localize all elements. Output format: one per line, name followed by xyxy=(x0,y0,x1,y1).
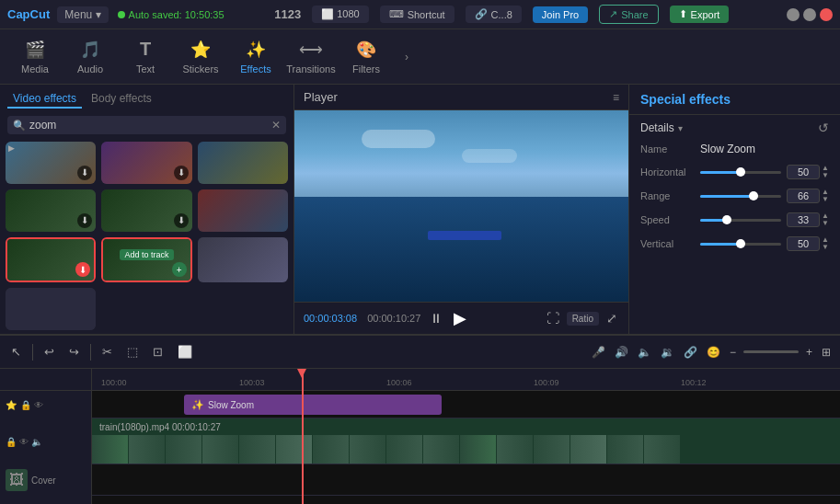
tab-text[interactable]: T Text xyxy=(118,31,173,83)
transitions-icon: ⟷ xyxy=(299,40,323,60)
vertical-slider[interactable] xyxy=(700,243,781,246)
pause-button[interactable]: ⏸ xyxy=(428,309,444,327)
effect-expos-zoom[interactable]: Expos... Zoom xyxy=(198,237,288,283)
audio-track-button[interactable]: 🔊 xyxy=(613,344,630,361)
player-header: Player ≡ xyxy=(294,85,628,110)
join-pro-button[interactable]: Join Pro xyxy=(533,6,588,23)
menu-button[interactable]: Menu ▾ xyxy=(57,6,108,23)
reset-button[interactable]: ↺ xyxy=(818,120,829,135)
eye-icon[interactable]: 👁 xyxy=(34,400,43,410)
vertical-down[interactable]: ▼ xyxy=(822,244,829,251)
horizontal-down[interactable]: ▼ xyxy=(822,172,829,179)
delete-button[interactable]: ⬚ xyxy=(123,343,142,361)
ruler-mark-4: 100:12 xyxy=(681,378,707,387)
video-effects-tab[interactable]: Video effects xyxy=(7,90,82,109)
range-value: 66 xyxy=(787,189,820,203)
minimize-button[interactable] xyxy=(787,8,800,21)
audio-icon: 🎵 xyxy=(80,40,100,60)
undo-button[interactable]: ↩ xyxy=(40,343,58,361)
emoji-button[interactable]: 😊 xyxy=(705,344,722,361)
main-video-track: train(1080p).mp4 00:00:10:27 xyxy=(92,418,840,464)
tab-filters[interactable]: 🎨 Filters xyxy=(339,31,394,83)
effect-placeholder-1[interactable] xyxy=(6,288,96,330)
zoom-slider[interactable] xyxy=(743,350,799,353)
search-clear-button[interactable]: ✕ xyxy=(271,119,281,132)
media-icon: 🎬 xyxy=(25,40,45,60)
connect-button[interactable]: 🔗 C...8 xyxy=(466,6,522,23)
speed-slider[interactable] xyxy=(700,219,781,222)
vertical-label: Vertical xyxy=(640,238,700,249)
redo-button[interactable]: ↪ xyxy=(65,343,83,361)
range-label: Range xyxy=(640,190,700,201)
mic-button[interactable]: 🎤 xyxy=(590,344,607,361)
effect-mosaic-zoom[interactable]: Mosaic Zoom xyxy=(198,142,288,184)
track-button-3[interactable]: 🔉 xyxy=(659,344,676,361)
play-button[interactable]: ▶ xyxy=(452,306,468,330)
effect-mini-zoom-2[interactable]: ⬇ Mini Zoom xyxy=(101,189,191,232)
select-tool-button[interactable]: ↖ xyxy=(7,343,25,361)
cover-track-label: 🖼 Cover xyxy=(0,464,92,496)
expand-button[interactable]: ⤢ xyxy=(604,309,619,327)
share-button[interactable]: ↗ Share xyxy=(599,5,658,24)
name-label: Name xyxy=(640,143,700,155)
details-section: Details ▾ ↺ Name Slow Zoom Horizontal xyxy=(629,115,840,266)
link-button[interactable]: 🔗 xyxy=(682,344,699,361)
tab-transitions[interactable]: ⟷ Transitions xyxy=(283,31,339,83)
player-controls: 00:00:03:08 00:00:10:27 ⏸ ▶ ⛶ Ratio ⤢ xyxy=(294,302,628,334)
autosave-dot xyxy=(118,11,125,18)
effect-optical-zoom[interactable]: ▶ ⬇ Optical Zoom xyxy=(6,142,96,184)
tab-audio[interactable]: 🎵 Audio xyxy=(63,31,118,83)
playhead-line[interactable] xyxy=(302,369,304,504)
resolution-button[interactable]: ⬜ 1080 xyxy=(312,6,369,23)
effect-flip-zoom[interactable]: Flip Zoom xyxy=(198,189,288,232)
main-lock-icon[interactable]: 🔒 xyxy=(6,437,17,447)
add-to-track-badge: Add to track xyxy=(120,249,173,260)
effect-diam-zoom[interactable]: ⬇ Diam...Zoom xyxy=(101,142,191,184)
shortcut-button[interactable]: ⌨ Shortcut xyxy=(380,6,455,23)
fullscreen-button[interactable]: ⛶ xyxy=(545,309,561,327)
effect-mini-zoom-1[interactable]: ⬇ Mini Zoom xyxy=(6,189,96,232)
timeline-tracks: 100:00 100:03 100:06 100:09 100:12 ✨ Slo… xyxy=(92,369,840,504)
plus-zoom-button[interactable]: + xyxy=(804,344,814,361)
ruler-mark-1: 100:03 xyxy=(239,378,265,387)
tab-effects[interactable]: ✨ Effects xyxy=(228,31,283,83)
details-arrow: ▾ xyxy=(678,123,683,133)
crop-button[interactable]: ⊡ xyxy=(149,343,167,361)
main-audio-icon[interactable]: 🔈 xyxy=(31,437,42,447)
lock-icon[interactable]: 🔒 xyxy=(20,400,31,410)
effect-slow-zoom-2[interactable]: Add to track + Slow Zoom... xyxy=(101,237,191,283)
ratio-button[interactable]: Ratio xyxy=(567,312,599,326)
close-button[interactable] xyxy=(820,8,833,21)
search-icon: 🔍 xyxy=(13,120,26,132)
horizontal-slider[interactable] xyxy=(700,171,781,174)
minus-zoom-button[interactable]: − xyxy=(728,344,738,361)
main-eye-icon[interactable]: 👁 xyxy=(19,437,29,447)
split-button[interactable]: ✂ xyxy=(98,343,116,361)
player-title: Player xyxy=(304,90,338,104)
timeline: ↖ ↩ ↪ ✂ ⬚ ⊡ ⬜ 🎤 🔊 🔈 🔉 🔗 😊 − + ⊞ ⭐ xyxy=(0,334,840,504)
search-input[interactable] xyxy=(29,119,268,132)
effect-slow-zoom-1[interactable]: ⬇ Slow Zoom xyxy=(6,237,96,283)
tab-stickers[interactable]: ⭐ Stickers xyxy=(173,31,228,83)
body-effects-tab[interactable]: Body effects xyxy=(86,90,157,109)
range-down[interactable]: ▼ xyxy=(822,196,829,203)
range-row: Range 66 ▲ ▼ xyxy=(640,189,829,203)
range-slider[interactable] xyxy=(700,195,781,198)
player-menu-icon[interactable]: ≡ xyxy=(613,91,619,104)
total-time: 00:00:10:27 xyxy=(364,313,420,324)
speed-down[interactable]: ▼ xyxy=(822,220,829,227)
maximize-button[interactable] xyxy=(803,8,816,21)
main-track-label: 🔒 👁 🔈 xyxy=(0,418,92,464)
speed-value: 33 xyxy=(787,212,820,227)
cover-thumbnail[interactable]: 🖼 xyxy=(6,469,28,491)
slow-zoom-clip[interactable]: ✨ Slow Zoom xyxy=(184,395,442,415)
fit-button[interactable]: ⊞ xyxy=(820,344,833,361)
transform-button[interactable]: ⬜ xyxy=(174,343,196,361)
toolbar-more-button[interactable]: › xyxy=(396,46,418,68)
name-value: Slow Zoom xyxy=(700,143,755,155)
effects-grid: ▶ ⬇ Optical Zoom ⬇ Diam...Zoom Mosaic Zo… xyxy=(0,138,293,334)
tab-media[interactable]: 🎬 Media xyxy=(7,31,63,83)
export-button[interactable]: ⬆ Export xyxy=(670,6,730,23)
track-button-2[interactable]: 🔈 xyxy=(636,344,653,361)
vertical-row: Vertical 50 ▲ ▼ xyxy=(640,236,829,251)
